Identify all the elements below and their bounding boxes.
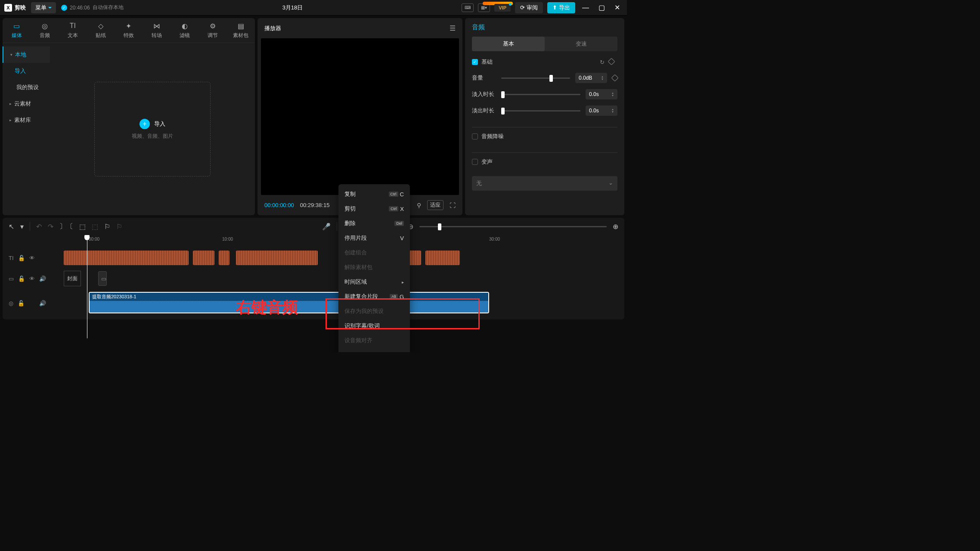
chevron-down-icon: ⌄ bbox=[608, 180, 613, 187]
keyframe-icon[interactable] bbox=[608, 58, 615, 65]
keycap: Del bbox=[394, 221, 404, 226]
tab-sticker[interactable]: ◇贴纸 bbox=[87, 22, 115, 39]
tab-label: 音频 bbox=[40, 32, 50, 39]
fadein-value[interactable]: 0.0s▲▼ bbox=[586, 89, 617, 99]
denoise-checkbox[interactable] bbox=[472, 133, 478, 139]
video-track: ▭ 🔓 👁 🔊 封面 ▭ bbox=[3, 270, 624, 287]
select-value: 无 bbox=[476, 180, 482, 187]
fit-button[interactable]: 适应 bbox=[427, 200, 443, 210]
titlebar: X 剪映 菜单 ✓ 20:46:06 自动保存本地 3月18日 ⌨ ▦▾ VIP… bbox=[0, 0, 627, 15]
fullscreen-icon[interactable]: ⛶ bbox=[450, 202, 456, 209]
volume-slider[interactable] bbox=[501, 77, 570, 79]
chevron-right-icon: ▸ bbox=[9, 102, 12, 106]
audio-track: ◎ 🔓 🔊 提取音频20230318-1 bbox=[3, 291, 624, 315]
subtitle-clip[interactable] bbox=[236, 251, 318, 265]
zoom-icon[interactable]: ⚲ bbox=[417, 202, 421, 209]
delete-left-tool[interactable]: ⬚ bbox=[92, 223, 98, 231]
maximize-button[interactable]: ▢ bbox=[596, 3, 608, 12]
text-track-icon: TI bbox=[9, 255, 14, 261]
media-sidetree: ▾本地 导入 我的预设 ▸云素材 ▸素材库 bbox=[3, 43, 50, 215]
tab-media[interactable]: ▭媒体 bbox=[3, 22, 31, 39]
ruler-mark: 10:00 bbox=[222, 237, 233, 241]
mute-icon[interactable]: 🔊 bbox=[39, 276, 46, 282]
tree-presets[interactable]: 我的预设 bbox=[3, 79, 50, 96]
close-button[interactable]: ✕ bbox=[612, 3, 623, 12]
ctx-link: 链接媒体 bbox=[338, 348, 410, 352]
tab-speed[interactable]: 变速 bbox=[545, 37, 617, 51]
tab-package[interactable]: ▤素材包 bbox=[227, 22, 255, 39]
ctx-cut[interactable]: 剪切CtrlX bbox=[338, 201, 410, 216]
volume-value[interactable]: 0.0dB▲▼ bbox=[575, 73, 607, 83]
tab-text[interactable]: TI文本 bbox=[59, 22, 87, 39]
reset-icon[interactable]: ↻ bbox=[600, 59, 605, 65]
fadeout-value[interactable]: 0.0s▲▼ bbox=[586, 105, 617, 116]
ctx-delete[interactable]: 删除Del bbox=[338, 216, 410, 231]
minimize-button[interactable]: — bbox=[580, 4, 592, 12]
tab-transition[interactable]: ⋈转场 bbox=[143, 22, 171, 39]
ctx-label: 时间区域 bbox=[344, 278, 367, 286]
audio-track-icon: ◎ bbox=[9, 300, 13, 306]
subtitle-clip[interactable] bbox=[64, 251, 189, 265]
flag2-tool[interactable]: ⚐ bbox=[116, 223, 122, 231]
ctx-copy[interactable]: 复制CtrlC bbox=[338, 187, 410, 201]
chevron-down-icon: ▾ bbox=[10, 53, 12, 57]
cursor-tool[interactable]: ↖ bbox=[9, 223, 14, 231]
review-button[interactable]: ⟳ 审阅 bbox=[515, 2, 543, 13]
crop-tool[interactable]: ⬚ bbox=[79, 223, 86, 231]
tab-audio[interactable]: ◎音频 bbox=[31, 22, 59, 39]
vip-badge[interactable]: VIP bbox=[494, 4, 511, 12]
lock-icon[interactable]: 🔓 bbox=[18, 255, 25, 261]
tab-filter[interactable]: ◐滤镜 bbox=[171, 22, 199, 39]
player-viewport[interactable] bbox=[261, 38, 459, 195]
eye-icon[interactable]: 👁 bbox=[29, 276, 35, 282]
cover-button[interactable]: 封面 bbox=[64, 271, 81, 286]
subtitle-clip[interactable] bbox=[425, 251, 460, 265]
keyframe-icon[interactable] bbox=[611, 74, 619, 82]
tab-basic[interactable]: 基本 bbox=[472, 37, 545, 51]
autosave-time: 20:46:06 bbox=[70, 5, 90, 11]
menu-icon[interactable]: ☰ bbox=[450, 24, 456, 32]
playhead[interactable] bbox=[87, 235, 87, 338]
import-dropzone[interactable]: + 导入 视频、音频、图片 bbox=[50, 43, 255, 215]
voice-select[interactable]: 无⌄ bbox=[472, 176, 617, 191]
ctx-group: 创建组合 bbox=[338, 245, 410, 260]
mute-icon[interactable]: 🔊 bbox=[39, 300, 46, 306]
tree-import[interactable]: 导入 bbox=[3, 63, 50, 79]
flag-tool[interactable]: ⚐ bbox=[104, 223, 110, 231]
mic-icon[interactable]: 🎤 bbox=[322, 223, 331, 231]
lock-icon[interactable]: 🔓 bbox=[18, 300, 25, 306]
ctx-timerange[interactable]: 时间区域▸ bbox=[338, 275, 410, 289]
video-clip-placeholder[interactable]: ▭ bbox=[98, 271, 107, 286]
tree-local[interactable]: ▾本地 bbox=[3, 46, 50, 63]
volume-row: 音量 0.0dB▲▼ bbox=[472, 73, 617, 83]
import-hint: 视频、音频、图片 bbox=[132, 133, 173, 140]
basic-checkbox[interactable]: ✓ bbox=[472, 59, 478, 65]
subtitle-clip[interactable] bbox=[219, 251, 229, 265]
voicechange-checkbox[interactable] bbox=[472, 159, 478, 165]
tree-library[interactable]: ▸素材库 bbox=[3, 112, 50, 128]
undo-button[interactable]: ↶ bbox=[36, 223, 42, 231]
tab-adjust[interactable]: ⚙调节 bbox=[199, 22, 227, 39]
redo-button[interactable]: ↷ bbox=[48, 223, 53, 231]
ctx-label: 剪切 bbox=[344, 205, 356, 213]
import-label: 导入 bbox=[154, 120, 165, 128]
tree-cloud[interactable]: ▸云素材 bbox=[3, 96, 50, 112]
lock-icon[interactable]: 🔓 bbox=[18, 276, 25, 282]
fadein-slider[interactable] bbox=[501, 94, 580, 95]
panel-title: 音频 bbox=[472, 23, 617, 31]
split-tool[interactable]: 〕〔 bbox=[59, 222, 73, 231]
zoom-in-icon[interactable]: ⊕ bbox=[613, 223, 618, 231]
ctx-disable[interactable]: 停用片段V bbox=[338, 231, 410, 245]
zoom-slider[interactable] bbox=[419, 226, 607, 227]
subtitle-clip[interactable] bbox=[193, 251, 214, 265]
export-button[interactable]: ⬆ 导出 bbox=[547, 2, 575, 13]
cursor-dropdown[interactable]: ▾ bbox=[20, 223, 24, 231]
menu-button[interactable]: 菜单 bbox=[31, 2, 56, 13]
eye-icon[interactable]: 👁 bbox=[29, 255, 35, 261]
tab-effects[interactable]: ✦特效 bbox=[115, 22, 143, 39]
fadein-row: 淡入时长 0.0s▲▼ bbox=[472, 89, 617, 99]
fadeout-slider[interactable] bbox=[501, 110, 580, 111]
timeline-ruler[interactable]: 00:00 10:00 30:00 bbox=[3, 235, 624, 245]
keyboard-icon[interactable]: ⌨ bbox=[462, 3, 474, 12]
timeline-toolbar: ↖ ▾ ↶ ↷ 〕〔 ⬚ ⬚ ⚐ ⚐ 🎤 ⊕ ⊖ ⊕ bbox=[3, 218, 624, 235]
